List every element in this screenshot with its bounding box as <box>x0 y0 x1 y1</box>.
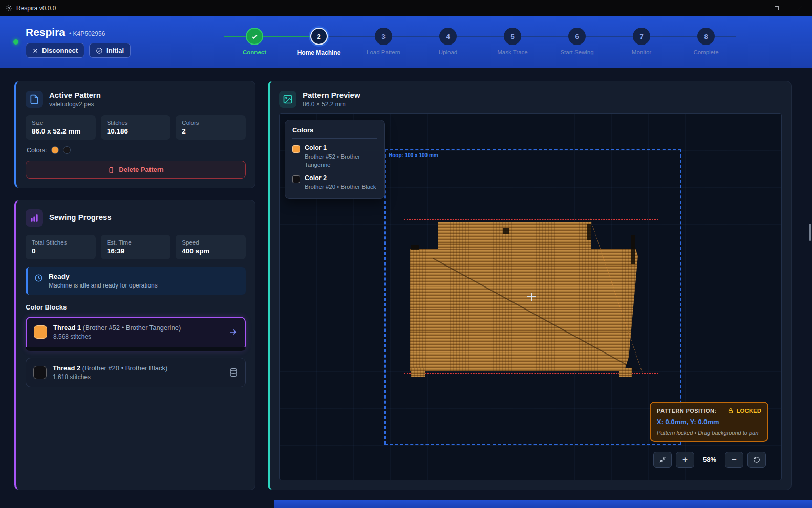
trash-icon <box>108 166 115 173</box>
zoom-controls: + 58% − <box>653 452 766 468</box>
stepper-line <box>392 36 439 37</box>
status-title: Ready <box>49 273 158 280</box>
stepper-line <box>715 36 736 37</box>
titlebar: Respira v0.0.0 <box>0 0 812 16</box>
color-1-swatch <box>292 145 300 153</box>
stat-stitches: Stitches 10.186 <box>101 115 171 140</box>
sewing-progress-title: Sewing Progress <box>49 213 112 222</box>
color-dot-1 <box>51 146 59 154</box>
status-description: Machine is idle and ready for operations <box>49 282 158 289</box>
step-label: Monitor <box>632 49 651 55</box>
pattern-preview-card: Pattern Preview 86.0 × 52.2 mm Hoop: 100… <box>268 81 792 490</box>
sewing-progress-card: Sewing Progress Total Stitches 0 Est. Ti… <box>14 200 255 490</box>
thread-1-color-swatch <box>34 325 47 339</box>
window-title: Respira v0.0.0 <box>16 5 56 12</box>
pattern-dark-detail <box>587 224 591 240</box>
disconnect-button[interactable]: Disconnect <box>26 43 84 58</box>
color-legend-item-2: Color 2 Brother #20 • Brother Black <box>292 174 377 191</box>
fit-to-view-button[interactable] <box>653 452 672 468</box>
initial-label: Initial <box>106 47 124 54</box>
pattern-position-panel: PATTERN POSITION: LOCKED X: 0.0mm, Y: 0.… <box>650 402 768 442</box>
step-monitor: 7 Monitor <box>633 28 650 58</box>
preview-title: Pattern Preview <box>303 91 360 99</box>
step-complete: 8 Complete <box>697 28 715 58</box>
initial-button[interactable]: Initial <box>89 43 131 58</box>
close-button[interactable] <box>788 0 812 16</box>
thread-block-1[interactable]: Thread 1 (Brother #52 • Brother Tangerin… <box>26 317 246 351</box>
step-number: 7 <box>633 28 650 45</box>
colors-legend-title: Colors <box>292 126 377 139</box>
stepper-line <box>457 36 504 37</box>
preview-dimensions: 86.0 × 52.2 mm <box>303 101 360 108</box>
stat-colors: Colors 2 <box>176 115 246 140</box>
stat-speed: Speed 400 spm <box>176 235 246 259</box>
scrollbar-thumb[interactable] <box>809 224 811 241</box>
step-load-pattern: 3 Load Pattern <box>375 28 392 58</box>
thread-1-detail: (Brother #52 • Brother Tangerine) <box>83 324 181 332</box>
color-2-desc: Brother #20 • Brother Black <box>305 183 376 191</box>
color-2-swatch <box>292 175 300 183</box>
maximize-button[interactable] <box>765 0 788 16</box>
step-mask-trace: 5 Mask Trace <box>504 28 521 58</box>
step-upload: 4 Upload <box>439 28 457 58</box>
app-icon <box>5 5 12 12</box>
step-number: 4 <box>439 28 457 45</box>
thread-1-stitches: 8.568 stitches <box>53 333 181 340</box>
thread-2-color-swatch <box>33 366 47 379</box>
close-icon <box>32 48 38 54</box>
stat-total-stitches: Total Stitches 0 <box>26 235 96 259</box>
pattern-position-label: PATTERN POSITION: <box>657 408 716 414</box>
thread-2-stitches: 1.618 stitches <box>53 373 167 381</box>
colors-label: Colors: <box>27 147 47 154</box>
pattern-stitches-foot-left <box>411 368 425 377</box>
zoom-out-button[interactable]: − <box>725 452 743 468</box>
color-1-name: Color 1 <box>305 144 377 151</box>
step-label: Start Sewing <box>560 49 593 55</box>
minimize-button[interactable] <box>741 0 765 16</box>
arrow-right-icon <box>228 327 238 337</box>
reset-view-button[interactable] <box>747 452 766 468</box>
pattern-stitches-foot-right <box>619 368 632 377</box>
step-number: 5 <box>504 28 521 45</box>
step-number: 6 <box>568 28 586 45</box>
check-circle-icon <box>96 47 103 54</box>
step-start-sewing: 6 Start Sewing <box>568 28 586 58</box>
hoop-label: Hoop: 100 x 100 mm <box>389 152 438 158</box>
step-number: 2 <box>310 28 328 45</box>
zoom-in-button[interactable]: + <box>676 452 694 468</box>
refresh-icon <box>753 456 760 463</box>
active-pattern-card: Active Pattern valetudogv2.pes Size 86.0… <box>14 81 255 188</box>
step-label: Load Pattern <box>367 49 400 55</box>
machine-status-banner: Ready Machine is idle and ready for oper… <box>26 267 246 295</box>
thread-1-progress-bar <box>26 347 246 351</box>
document-icon <box>26 91 43 108</box>
stepper-line <box>586 36 633 37</box>
active-pattern-title: Active Pattern <box>49 91 101 99</box>
disconnect-label: Disconnect <box>42 47 78 54</box>
fit-icon <box>659 456 666 463</box>
stepper-line <box>521 36 568 37</box>
color-1-desc: Brother #52 • Brother Tangerine <box>305 153 377 169</box>
color-blocks-label: Color Blocks <box>26 303 246 311</box>
step-connect[interactable]: Connect <box>246 28 263 58</box>
database-icon <box>229 368 238 377</box>
locked-badge: LOCKED <box>736 408 761 414</box>
step-home-machine[interactable]: 2 Home Machine <box>310 28 328 58</box>
thread-block-2[interactable]: Thread 2 (Brother #20 • Brother Black) 1… <box>26 358 246 387</box>
step-label: Mask Trace <box>497 49 527 55</box>
colors-legend-panel: Colors Color 1 Brother #52 • Brother Tan… <box>285 120 385 199</box>
step-label: Complete <box>693 49 718 55</box>
color-2-name: Color 2 <box>305 174 376 182</box>
step-label: Upload <box>439 49 457 55</box>
pattern-dark-detail <box>503 228 509 234</box>
pattern-stitches-top <box>438 222 591 250</box>
lock-icon <box>728 408 734 414</box>
step-label: Connect <box>243 49 266 55</box>
thread-2-detail: (Brother #20 • Brother Black) <box>82 364 167 372</box>
preview-canvas[interactable]: Hoop: 100 x 100 mm Colors <box>279 113 782 480</box>
stepper-line <box>328 36 375 37</box>
thread-2-name: Thread 2 <box>53 364 80 372</box>
delete-pattern-button[interactable]: Delete Pattern <box>26 161 246 179</box>
center-crosshair <box>527 293 536 301</box>
zoom-level: 58% <box>698 456 721 463</box>
